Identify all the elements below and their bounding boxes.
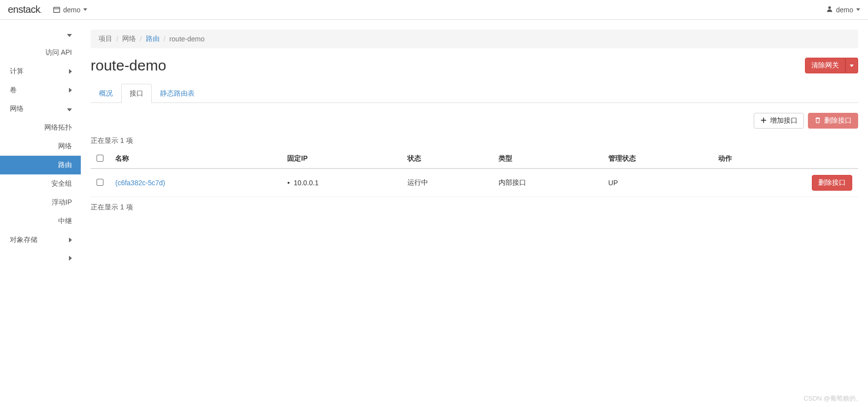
breadcrumb-link-routers[interactable]: 路由 [146,34,160,43]
row-status-cell: 运行中 [401,169,492,197]
plus-icon [760,117,767,125]
tab-static-routes[interactable]: 静态路由表 [152,84,203,103]
tab-overview[interactable]: 概况 [91,84,121,103]
button-label: 增加接口 [770,116,798,125]
table-row: (c6fa382c-5c7d) 10.0.0.1 运行中 内部接口 UP 删除接… [91,169,858,197]
sidebar-item-topology[interactable]: 网络拓扑 [0,118,81,137]
breadcrumb-current: route-demo [169,35,205,43]
button-label: 删除接口 [824,116,852,125]
delete-interface-button[interactable]: 删除接口 [812,175,852,191]
sidebar-item-label: 计算 [10,67,24,76]
chevron-right-icon [69,86,72,94]
breadcrumb-sep: / [164,35,166,43]
breadcrumb: 项目 / 网络 / 路由 / route-demo [91,30,858,48]
sidebar-item-volumes[interactable]: 卷 [0,81,81,100]
table-count-bottom: 正在显示 1 项 [91,203,858,212]
row-type-cell: 内部接口 [493,169,602,197]
user-icon [826,5,833,14]
header-status: 状态 [401,149,492,169]
tabs: 概况 接口 静态路由表 [91,84,858,103]
navbar-left: enstack. demo [8,4,87,15]
sidebar-item-label: 路由 [58,161,72,170]
sidebar-item-label: 对象存储 [10,236,37,244]
sidebar-item-trunks[interactable]: 中继 [0,212,81,231]
sidebar-item-label: 网络 [58,142,72,151]
interfaces-table: 名称 固定IP 状态 类型 管理状态 动作 (c6fa382c-5c7d) [91,149,858,197]
sidebar-item-security-groups[interactable]: 安全组 [0,174,81,193]
clear-gateway-button[interactable]: 清除网关 [805,58,845,73]
breadcrumb-sep: / [140,35,142,43]
sidebar-item-floating-ips[interactable]: 浮动IP [0,193,81,212]
chevron-right-icon [69,68,72,75]
sidebar-item-label: 卷 [10,86,17,95]
page-header: route-demo 清除网关 [91,57,858,74]
project-switcher[interactable]: demo [53,6,87,14]
header-admin-state: 管理状态 [602,149,712,169]
trash-icon [814,117,821,125]
sidebar: 访问 API 计算 卷 网络 网络拓扑 网络 路由 安全组 浮动IP [0,20,81,407]
main-content: 项目 / 网络 / 路由 / route-demo route-demo 清除网… [81,20,868,407]
header-actions: 动作 [712,149,858,169]
row-action-cell: 删除接口 [712,169,858,197]
checkbox-all[interactable] [97,155,103,162]
clear-gateway-dropdown[interactable] [845,58,858,73]
row-name-cell: (c6fa382c-5c7d) [109,169,281,197]
window-icon [53,6,60,13]
svg-rect-0 [54,7,60,12]
page-title: route-demo [91,57,166,74]
table-header-row: 名称 固定IP 状态 类型 管理状态 动作 [91,149,858,169]
sidebar-item-label: 浮动IP [52,198,72,207]
add-interface-button[interactable]: 增加接口 [754,113,804,129]
breadcrumb-sep: / [116,35,118,43]
header-fixed-ip: 固定IP [281,149,401,169]
navbar: enstack. demo demo [0,0,868,20]
chevron-right-icon [69,236,72,244]
sidebar-item-network[interactable]: 网络 [0,100,81,118]
delete-interfaces-button[interactable]: 删除接口 [808,113,858,129]
header-type: 类型 [493,149,602,169]
row-checkbox-cell [91,169,109,197]
header-name: 名称 [109,149,281,169]
sidebar-item-compute[interactable]: 计算 [0,62,81,81]
sidebar-item-api[interactable]: 访问 API [0,43,81,62]
sidebar-collapse-toggle[interactable] [0,26,81,43]
action-bar: 增加接口 删除接口 [91,113,858,129]
table-count-top: 正在显示 1 项 [91,136,858,145]
user-name: demo [836,6,853,14]
user-menu[interactable]: demo [826,5,860,14]
sidebar-item-label: 安全组 [51,179,72,188]
fixed-ip-value: 10.0.0.1 [287,179,318,187]
project-name: demo [63,6,80,14]
sidebar-item-routers[interactable]: 路由 [0,156,81,174]
sidebar-item-object-storage[interactable]: 对象存储 [0,231,81,249]
header-checkbox [91,149,109,169]
caret-down-icon [83,8,87,11]
brand: enstack. [8,4,41,15]
sidebar-item-networks[interactable]: 网络 [0,137,81,156]
caret-down-icon [850,65,854,67]
sidebar-item-label: 网络拓扑 [44,123,72,132]
breadcrumb-item: 网络 [122,34,136,43]
row-admin-state-cell: UP [602,169,712,197]
sidebar-item-label: 访问 API [45,48,72,57]
chevron-down-icon [67,31,72,38]
breadcrumb-item: 项目 [99,34,112,43]
sidebar-item-label: 网络 [10,104,24,113]
clear-gateway-button-group: 清除网关 [805,58,858,73]
sidebar-item-unknown[interactable] [0,249,81,267]
caret-down-icon [856,8,860,11]
row-checkbox[interactable] [97,179,103,186]
svg-point-2 [828,6,831,9]
watermark: CSDN @葡萄糖的。 [803,394,862,403]
row-fixed-ip-cell: 10.0.0.1 [281,169,401,197]
tab-interfaces[interactable]: 接口 [121,84,152,103]
chevron-right-icon [69,254,72,262]
sidebar-item-label: 中继 [58,217,72,226]
chevron-down-icon [67,105,72,113]
interface-name-link[interactable]: (c6fa382c-5c7d) [115,179,165,187]
